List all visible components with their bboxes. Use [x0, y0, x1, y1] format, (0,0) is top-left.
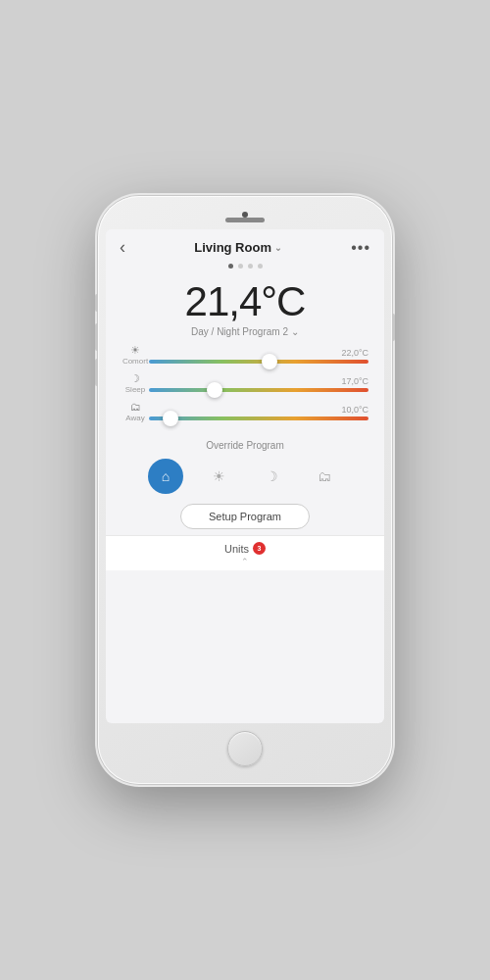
phone-frame: ‹ Living Room ⌄ ••• 21,4°C Day / Night P… — [98, 196, 392, 784]
page-dot-1 — [228, 264, 233, 269]
comfort-thumb[interactable] — [262, 354, 277, 369]
volume-up-button — [95, 323, 98, 351]
temperature-value: 21,4°C — [106, 278, 384, 325]
page-dot-3 — [248, 264, 253, 269]
away-label: Away — [125, 414, 144, 422]
home-button[interactable] — [227, 731, 263, 766]
comfort-label-col: ☀ Comort — [122, 345, 149, 366]
away-slider-row: 🗂 Away 10,0°C — [122, 402, 368, 422]
comfort-value: 22,0°C — [149, 348, 368, 358]
away-label-col: 🗂 Away — [122, 402, 149, 422]
program-chevron-icon: ⌄ — [291, 326, 299, 337]
override-home-button[interactable]: ⌂ — [148, 459, 183, 494]
page-dot-2 — [238, 264, 243, 269]
back-button[interactable]: ‹ — [120, 237, 125, 258]
temperature-display: 21,4°C Day / Night Program 2 ⌄ — [106, 272, 384, 339]
sleep-icon: ☽ — [130, 373, 140, 384]
away-slider-col: 10,0°C — [149, 405, 368, 420]
override-comfort-button[interactable]: ☀ — [201, 459, 236, 494]
override-icons: ⌂ ☀ ☽ 🗂 — [106, 459, 384, 494]
phone-top-bar — [106, 208, 384, 229]
setup-program-button[interactable]: Setup Program — [180, 504, 310, 529]
sleep-label: Sleep — [125, 385, 145, 394]
override-away-button[interactable]: 🗂 — [307, 459, 342, 494]
comfort-label: Comort — [122, 357, 148, 366]
mute-button — [95, 294, 98, 312]
away-icon: 🗂 — [130, 402, 141, 413]
comfort-icon: ☀ — [130, 345, 140, 356]
override-section: Override Program ⌂ ☀ ☽ 🗂 — [106, 434, 384, 498]
sleep-value: 17,0°C — [149, 376, 368, 386]
away-track[interactable] — [149, 416, 368, 420]
override-title: Override Program — [106, 440, 384, 451]
units-chevron-icon: ⌃ — [241, 557, 249, 566]
program-label[interactable]: Day / Night Program 2 ⌄ — [106, 326, 384, 337]
sliders-section: ☀ Comort 22,0°C ☽ Sleep 17,0°C — [106, 339, 384, 434]
comfort-slider-row: ☀ Comort 22,0°C — [122, 345, 368, 366]
sleep-track[interactable] — [149, 388, 368, 392]
more-button[interactable]: ••• — [351, 239, 370, 257]
volume-down-button — [95, 359, 98, 386]
phone-screen: ‹ Living Room ⌄ ••• 21,4°C Day / Night P… — [106, 229, 384, 723]
power-button — [392, 314, 395, 341]
nav-bar: ‹ Living Room ⌄ ••• — [106, 229, 384, 262]
override-sleep-button[interactable]: ☽ — [254, 459, 289, 494]
room-title: Living Room — [194, 240, 271, 255]
nav-title: Living Room ⌄ — [194, 240, 282, 255]
sleep-slider-col: 17,0°C — [149, 376, 368, 392]
away-value: 10,0°C — [149, 405, 368, 415]
comfort-slider-col: 22,0°C — [149, 348, 368, 364]
speaker-slot — [225, 218, 265, 222]
sleep-slider-row: ☽ Sleep 17,0°C — [122, 373, 368, 394]
units-bar[interactable]: Units 3 ⌃ — [106, 535, 384, 570]
units-label: Units — [224, 543, 249, 555]
setup-section: Setup Program — [106, 498, 384, 535]
away-thumb[interactable] — [163, 411, 178, 426]
page-indicator — [106, 262, 384, 272]
comfort-track[interactable] — [149, 360, 368, 364]
sleep-thumb[interactable] — [207, 382, 222, 398]
units-row: Units 3 — [224, 542, 266, 555]
title-chevron-icon: ⌄ — [274, 243, 282, 253]
page-dot-4 — [258, 264, 263, 269]
sleep-label-col: ☽ Sleep — [122, 373, 149, 394]
units-badge: 3 — [253, 542, 266, 555]
